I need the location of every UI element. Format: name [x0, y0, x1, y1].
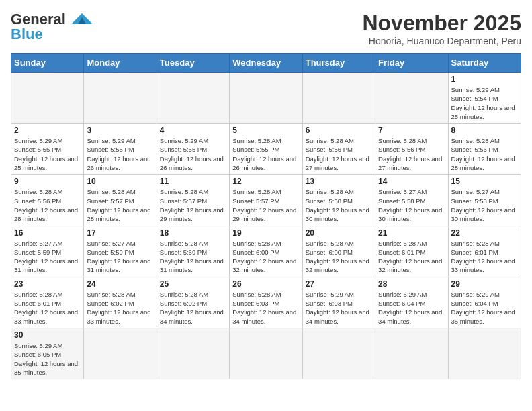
day-number: 27	[306, 279, 372, 289]
logo: General Blue	[11, 11, 95, 43]
calendar-cell: 17Sunrise: 5:27 AM Sunset: 5:59 PM Dayli…	[84, 226, 157, 277]
calendar-cell: 21Sunrise: 5:28 AM Sunset: 6:01 PM Dayli…	[375, 226, 448, 277]
calendar-cell: 20Sunrise: 5:28 AM Sunset: 6:00 PM Dayli…	[302, 226, 375, 277]
day-info: Sunrise: 5:28 AM Sunset: 6:03 PM Dayligh…	[232, 290, 299, 326]
day-info: Sunrise: 5:27 AM Sunset: 5:58 PM Dayligh…	[451, 187, 518, 223]
day-number: 11	[160, 177, 226, 186]
day-info: Sunrise: 5:29 AM Sunset: 6:05 PM Dayligh…	[14, 341, 81, 377]
calendar-cell: 15Sunrise: 5:27 AM Sunset: 5:58 PM Dayli…	[448, 175, 521, 226]
subtitle: Honoria, Huanuco Department, Peru	[362, 36, 521, 46]
calendar-cell: 10Sunrise: 5:28 AM Sunset: 5:57 PM Dayli…	[84, 175, 157, 226]
day-info: Sunrise: 5:28 AM Sunset: 5:55 PM Dayligh…	[232, 136, 299, 172]
weekday-header-thursday: Thursday	[302, 54, 375, 73]
day-info: Sunrise: 5:28 AM Sunset: 5:56 PM Dayligh…	[306, 136, 372, 172]
calendar-week-row: 9Sunrise: 5:28 AM Sunset: 5:56 PM Daylig…	[11, 175, 521, 226]
calendar-week-row: 2Sunrise: 5:29 AM Sunset: 5:55 PM Daylig…	[11, 124, 521, 175]
calendar-week-row: 30Sunrise: 5:29 AM Sunset: 6:05 PM Dayli…	[11, 328, 521, 379]
weekday-header-monday: Monday	[84, 54, 157, 73]
title-area: November 2025 Honoria, Huanuco Departmen…	[362, 11, 521, 46]
calendar-cell: 18Sunrise: 5:28 AM Sunset: 5:59 PM Dayli…	[157, 226, 229, 277]
day-number: 26	[232, 279, 299, 289]
day-info: Sunrise: 5:28 AM Sunset: 5:59 PM Dayligh…	[160, 239, 226, 275]
weekday-header-row: SundayMondayTuesdayWednesdayThursdayFrid…	[11, 54, 521, 73]
day-number: 24	[87, 279, 153, 289]
day-number: 5	[232, 126, 299, 135]
calendar-table: SundayMondayTuesdayWednesdayThursdayFrid…	[11, 53, 521, 379]
day-info: Sunrise: 5:29 AM Sunset: 5:55 PM Dayligh…	[14, 136, 81, 172]
header: General Blue November 2025 Honoria, Huan…	[11, 11, 521, 46]
day-number: 25	[160, 279, 226, 289]
calendar-cell: 22Sunrise: 5:28 AM Sunset: 6:01 PM Dayli…	[448, 226, 521, 277]
calendar-cell	[11, 73, 84, 124]
weekday-header-friday: Friday	[375, 54, 448, 73]
calendar-cell: 4Sunrise: 5:29 AM Sunset: 5:55 PM Daylig…	[157, 124, 229, 175]
calendar-cell: 1Sunrise: 5:29 AM Sunset: 5:54 PM Daylig…	[448, 73, 521, 124]
day-info: Sunrise: 5:29 AM Sunset: 6:03 PM Dayligh…	[306, 290, 372, 326]
calendar-cell	[157, 73, 229, 124]
day-info: Sunrise: 5:29 AM Sunset: 5:54 PM Dayligh…	[451, 85, 518, 121]
day-number: 2	[14, 126, 81, 135]
month-title: November 2025	[362, 11, 521, 36]
day-number: 9	[14, 177, 81, 186]
logo-blue-text: Blue	[11, 26, 43, 43]
day-number: 19	[232, 228, 299, 238]
day-number: 4	[160, 126, 226, 135]
day-info: Sunrise: 5:27 AM Sunset: 5:58 PM Dayligh…	[378, 187, 445, 223]
day-number: 22	[451, 228, 518, 238]
calendar-week-row: 23Sunrise: 5:28 AM Sunset: 6:01 PM Dayli…	[11, 277, 521, 328]
weekday-header-saturday: Saturday	[448, 54, 521, 73]
day-info: Sunrise: 5:27 AM Sunset: 5:59 PM Dayligh…	[14, 239, 81, 275]
calendar-cell: 6Sunrise: 5:28 AM Sunset: 5:56 PM Daylig…	[302, 124, 375, 175]
day-info: Sunrise: 5:29 AM Sunset: 6:04 PM Dayligh…	[378, 290, 445, 326]
day-number: 13	[306, 177, 372, 186]
day-number: 12	[232, 177, 299, 186]
day-info: Sunrise: 5:28 AM Sunset: 6:02 PM Dayligh…	[87, 290, 153, 326]
day-info: Sunrise: 5:28 AM Sunset: 6:01 PM Dayligh…	[378, 239, 445, 275]
day-number: 23	[14, 279, 81, 289]
calendar-cell	[448, 328, 521, 379]
calendar-cell: 12Sunrise: 5:28 AM Sunset: 5:57 PM Dayli…	[230, 175, 302, 226]
calendar-cell: 25Sunrise: 5:28 AM Sunset: 6:02 PM Dayli…	[157, 277, 229, 328]
weekday-header-sunday: Sunday	[11, 54, 84, 73]
day-number: 8	[451, 126, 518, 135]
calendar-cell: 11Sunrise: 5:28 AM Sunset: 5:57 PM Dayli…	[157, 175, 229, 226]
calendar-cell	[302, 328, 375, 379]
day-number: 16	[14, 228, 81, 238]
day-info: Sunrise: 5:28 AM Sunset: 5:56 PM Dayligh…	[14, 187, 81, 223]
calendar-cell: 2Sunrise: 5:29 AM Sunset: 5:55 PM Daylig…	[11, 124, 84, 175]
day-info: Sunrise: 5:28 AM Sunset: 6:00 PM Dayligh…	[232, 239, 299, 275]
calendar-cell: 29Sunrise: 5:29 AM Sunset: 6:04 PM Dayli…	[448, 277, 521, 328]
day-number: 29	[451, 279, 518, 289]
day-number: 28	[378, 279, 445, 289]
day-info: Sunrise: 5:28 AM Sunset: 5:58 PM Dayligh…	[306, 187, 372, 223]
day-info: Sunrise: 5:28 AM Sunset: 6:00 PM Dayligh…	[306, 239, 372, 275]
day-info: Sunrise: 5:28 AM Sunset: 5:56 PM Dayligh…	[451, 136, 518, 172]
calendar-cell: 3Sunrise: 5:29 AM Sunset: 5:55 PM Daylig…	[84, 124, 157, 175]
day-info: Sunrise: 5:27 AM Sunset: 5:59 PM Dayligh…	[87, 239, 153, 275]
day-info: Sunrise: 5:29 AM Sunset: 5:55 PM Dayligh…	[87, 136, 153, 172]
weekday-header-tuesday: Tuesday	[157, 54, 229, 73]
day-number: 7	[378, 126, 445, 135]
day-info: Sunrise: 5:28 AM Sunset: 5:56 PM Dayligh…	[378, 136, 445, 172]
day-info: Sunrise: 5:28 AM Sunset: 5:57 PM Dayligh…	[160, 187, 226, 223]
day-info: Sunrise: 5:28 AM Sunset: 6:01 PM Dayligh…	[451, 239, 518, 275]
calendar-cell: 23Sunrise: 5:28 AM Sunset: 6:01 PM Dayli…	[11, 277, 84, 328]
calendar-cell: 13Sunrise: 5:28 AM Sunset: 5:58 PM Dayli…	[302, 175, 375, 226]
calendar-cell: 7Sunrise: 5:28 AM Sunset: 5:56 PM Daylig…	[375, 124, 448, 175]
day-number: 10	[87, 177, 153, 186]
calendar-week-row: 16Sunrise: 5:27 AM Sunset: 5:59 PM Dayli…	[11, 226, 521, 277]
calendar-cell: 16Sunrise: 5:27 AM Sunset: 5:59 PM Dayli…	[11, 226, 84, 277]
calendar-cell	[375, 73, 448, 124]
calendar-cell	[302, 73, 375, 124]
day-number: 20	[306, 228, 372, 238]
calendar-cell: 27Sunrise: 5:29 AM Sunset: 6:03 PM Dayli…	[302, 277, 375, 328]
day-number: 17	[87, 228, 153, 238]
calendar-cell: 30Sunrise: 5:29 AM Sunset: 6:05 PM Dayli…	[11, 328, 84, 379]
weekday-header-wednesday: Wednesday	[230, 54, 302, 73]
day-number: 18	[160, 228, 226, 238]
calendar-cell	[84, 73, 157, 124]
calendar-cell: 14Sunrise: 5:27 AM Sunset: 5:58 PM Dayli…	[375, 175, 448, 226]
calendar-cell: 9Sunrise: 5:28 AM Sunset: 5:56 PM Daylig…	[11, 175, 84, 226]
calendar-cell: 24Sunrise: 5:28 AM Sunset: 6:02 PM Dayli…	[84, 277, 157, 328]
day-info: Sunrise: 5:28 AM Sunset: 5:57 PM Dayligh…	[232, 187, 299, 223]
